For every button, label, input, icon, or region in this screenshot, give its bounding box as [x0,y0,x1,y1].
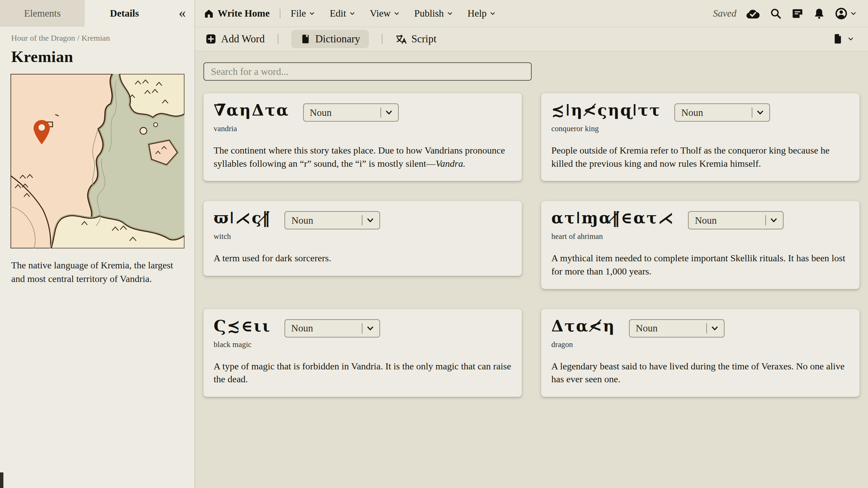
chevron-down-icon [309,10,315,17]
part-of-speech-value: Noun [310,107,380,118]
word-card: ατǀɱα‖̸∈ατ⋌ Noun heart of ahriman A myth… [541,201,860,289]
definition: People outside of Kremia refer to Tholf … [551,144,849,170]
tab-details[interactable]: Details [85,0,195,27]
chevron-down-icon [710,324,719,333]
menu-help-label: Help [468,8,487,19]
menu-file-label: File [291,8,306,19]
chevron-down-icon [349,10,356,17]
page-title: Kremian [11,47,183,66]
toolbar-divider [278,34,278,44]
account-menu[interactable] [835,7,857,20]
definition-text: A mythical item needed to complete impor… [551,253,845,277]
definition: The continent where this story takes pla… [214,144,512,170]
romanization: dragon [551,340,849,349]
part-of-speech-value: Noun [291,215,362,226]
book-icon [300,34,311,44]
select-divider [362,215,362,225]
search-input[interactable] [203,62,532,81]
notes-button[interactable] [791,7,804,20]
part-of-speech-select[interactable]: Noun [688,211,784,229]
search-icon [770,7,782,20]
menu-view[interactable]: View [370,8,400,19]
part-of-speech-value: Noun [695,215,765,226]
sidebar-tab-bar: Elements Details « [0,0,195,27]
dictionary-toolbar: Add Word Dictionary Script [195,27,868,51]
toolbar-divider [382,34,382,44]
add-word-label: Add Word [221,33,265,45]
chevron-down-icon [366,216,375,225]
part-of-speech-value: Noun [681,107,752,118]
file-icon [832,33,844,45]
part-of-speech-select[interactable]: Noun [284,211,380,229]
word-card: ∇̅αηΔτα Noun vandria The continent where… [203,93,522,181]
definition-text: A legendary beast said to have lived dur… [551,361,845,385]
chevron-down-icon [366,324,375,333]
menu-bar: Write Home File Edit View Publish Help [195,0,868,27]
menu-file[interactable]: File [291,8,315,19]
conlang-word: Ϛ≾∈ιι [214,317,271,335]
definition-text: A type of magic that is forbidden in Van… [214,361,511,385]
menu-publish[interactable]: Publish [414,8,453,19]
definition: A mythical item needed to complete impor… [551,252,849,278]
menu-help[interactable]: Help [468,8,496,19]
collapse-sidebar-icon[interactable]: « [179,6,186,20]
menu-edit[interactable]: Edit [330,8,355,19]
select-divider [362,323,362,333]
definition-text: A term used for dark sorcerers. [214,253,331,263]
word-card: ϖǀ⋌ς‖̸ Noun witch A term used for dark s… [203,201,522,276]
chevron-down-icon [447,10,453,17]
select-divider [380,107,381,118]
menu-publish-label: Publish [414,8,444,19]
map-image[interactable] [11,74,184,248]
account-icon [835,7,848,20]
sidebar: Elements Details « Hour of the Dragon / … [0,0,195,488]
write-home-button[interactable]: Write Home [204,8,270,19]
chevron-down-icon [489,10,496,17]
select-divider [765,215,766,225]
notifications-button[interactable] [813,7,825,20]
part-of-speech-select[interactable]: Noun [629,319,725,338]
romanization: conqueror king [551,124,849,133]
part-of-speech-value: Noun [636,323,706,334]
romanization: witch [214,232,512,241]
dictionary-content: ∇̅αηΔτα Noun vandria The continent where… [195,51,868,488]
definition: A term used for dark sorcerers. [214,252,512,265]
tab-dictionary[interactable]: Dictionary [291,30,369,48]
definition: A type of magic that is forbidden in Van… [214,360,512,386]
romanization: vandria [214,124,512,133]
document-menu[interactable] [832,33,854,45]
menu-edit-label: Edit [330,8,346,19]
add-word-button[interactable]: Add Word [205,33,265,45]
select-divider [706,323,707,333]
part-of-speech-select[interactable]: Noun [303,103,399,122]
save-status-label: Saved [713,8,736,19]
romanization: heart of ahriman [551,232,849,241]
language-description: The native language of Kremia, the large… [11,259,183,286]
sidebar-scrollbar[interactable] [0,472,3,488]
romanization: black magic [214,340,512,349]
menu-view-label: View [370,8,391,19]
word-card: Ϛ≾∈ιι Noun black magic A type of magic t… [203,309,522,397]
fantasy-map [11,74,184,248]
main-panel: Write Home File Edit View Publish Help [195,0,868,488]
chevron-down-icon [769,216,778,225]
part-of-speech-value: Noun [291,323,362,334]
dictionary-label: Dictionary [315,33,360,45]
definition: A legendary beast said to have lived dur… [551,360,849,386]
conlang-word: ατǀɱα‖̸∈ατ⋌ [551,209,674,227]
cloud-check-icon [745,8,760,19]
tab-script[interactable]: Script [395,33,436,45]
tab-elements[interactable]: Elements [0,0,85,27]
plus-square-icon [205,33,217,45]
conlang-word: ∇̅αηΔτα [214,101,290,119]
part-of-speech-select[interactable]: Noun [674,103,770,122]
breadcrumb: Hour of the Dragon / Kremian [11,34,183,43]
script-label: Script [411,33,436,45]
definition-text: People outside of Kremia refer to Tholf … [551,145,830,169]
chevron-down-icon [850,10,857,17]
part-of-speech-select[interactable]: Noun [284,319,380,338]
search-button[interactable] [770,7,782,20]
translate-icon [395,34,407,44]
word-card-grid: ∇̅αηΔτα Noun vandria The continent where… [203,93,860,397]
chevron-down-icon [847,35,854,43]
